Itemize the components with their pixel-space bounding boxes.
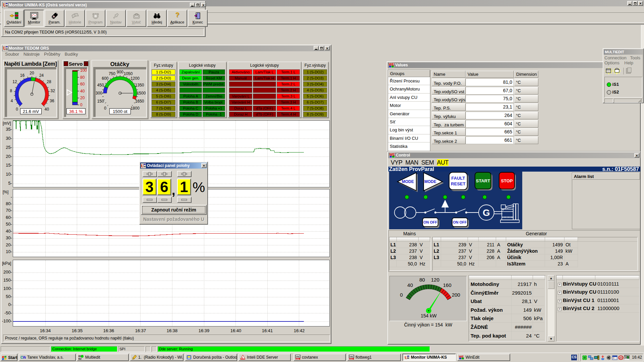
svg-text:160: 160 xyxy=(443,282,451,288)
svg-text:V: V xyxy=(625,355,627,359)
svg-text:40: 40 xyxy=(407,282,413,288)
svg-text:61: 61 xyxy=(78,355,81,357)
svg-text:28: 28 xyxy=(47,79,51,84)
svg-text:ON OFF: ON OFF xyxy=(423,220,437,224)
svg-text:DDE: DDE xyxy=(240,358,245,360)
svg-text:900: 900 xyxy=(117,70,123,74)
svg-text:!: ! xyxy=(598,356,599,360)
svg-text:120: 120 xyxy=(431,277,439,283)
svg-text:STOP: STOP xyxy=(501,178,513,183)
svg-text:ON OFF: ON OFF xyxy=(453,220,467,224)
svg-text:20: 20 xyxy=(30,71,34,75)
svg-text:0: 0 xyxy=(400,292,402,298)
svg-text:32: 32 xyxy=(51,88,55,93)
svg-text:START: START xyxy=(476,178,490,183)
svg-text:16: 16 xyxy=(20,73,25,78)
svg-text:MODE: MODE xyxy=(402,179,414,184)
svg-text:80: 80 xyxy=(419,277,425,283)
svg-text:0: 0 xyxy=(80,103,83,107)
svg-text:1050: 1050 xyxy=(124,71,133,76)
svg-text:150: 150 xyxy=(97,99,104,104)
svg-text:40: 40 xyxy=(45,107,49,112)
svg-text:600: 600 xyxy=(102,76,108,81)
svg-text:100: 100 xyxy=(80,68,87,73)
svg-text:4: 4 xyxy=(11,99,13,103)
svg-text:1800: 1800 xyxy=(130,106,140,111)
svg-text:80: 80 xyxy=(80,75,85,80)
svg-text:8: 8 xyxy=(10,88,12,93)
svg-text:154 kW: 154 kW xyxy=(421,313,437,318)
svg-text:1200: 1200 xyxy=(130,76,140,81)
svg-text:MODE: MODE xyxy=(424,179,436,184)
svg-text:200: 200 xyxy=(452,292,460,298)
svg-text:300: 300 xyxy=(96,91,102,96)
svg-text:G: G xyxy=(483,207,490,218)
svg-text:EZ: EZ xyxy=(78,358,82,360)
svg-text:1650: 1650 xyxy=(135,99,144,104)
svg-text:40: 40 xyxy=(80,89,85,94)
svg-text:VNC: VNC xyxy=(296,358,300,360)
svg-text:VNC: VNC xyxy=(296,356,300,358)
svg-text:750: 750 xyxy=(109,71,115,76)
svg-text:1350: 1350 xyxy=(135,83,144,87)
svg-text:VNC: VNC xyxy=(350,358,353,360)
svg-text:FAULT: FAULT xyxy=(451,176,465,181)
svg-text:W: W xyxy=(23,355,26,359)
svg-text:0: 0 xyxy=(104,106,106,111)
svg-text:20: 20 xyxy=(80,96,85,100)
svg-text:0: 0 xyxy=(16,107,18,112)
svg-text:12: 12 xyxy=(12,79,17,84)
svg-text:450: 450 xyxy=(97,83,104,87)
svg-text:36: 36 xyxy=(50,99,54,103)
svg-text:ATI: ATI xyxy=(619,356,623,359)
svg-text:60: 60 xyxy=(80,82,85,86)
svg-text:24: 24 xyxy=(39,73,44,78)
svg-text:VNC: VNC xyxy=(350,356,354,358)
svg-text:RESET: RESET xyxy=(451,181,465,186)
svg-text:1500: 1500 xyxy=(137,91,146,96)
